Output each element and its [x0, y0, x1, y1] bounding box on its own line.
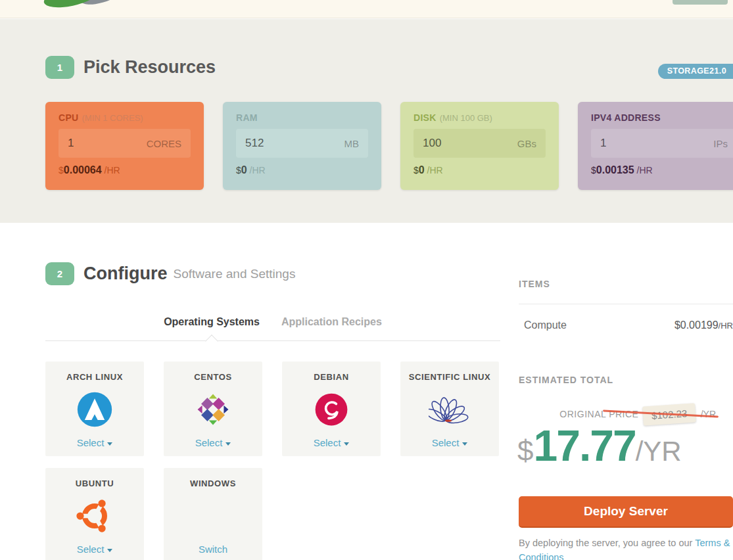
disk-price: $0 /HR	[414, 164, 546, 176]
ipv4-label: IPV4 ADDRESS	[591, 112, 661, 123]
configure-tabs: Operating Systems Application Recipes	[45, 316, 500, 341]
ram-unit-label: MB	[344, 138, 360, 149]
centos-select-button[interactable]: Select	[164, 437, 262, 448]
caret-down-icon	[107, 549, 112, 552]
disk-value: 100	[423, 137, 441, 150]
caret-down-icon	[344, 442, 349, 446]
pick-resources-header: 1 Pick Resources	[45, 56, 216, 79]
os-card-centos: CENTOS Select	[164, 362, 262, 456]
total-amount: 17.77	[533, 421, 635, 470]
ipv4-price: $0.00135 /HR	[591, 164, 733, 176]
os-name: ARCH LINUX	[45, 372, 144, 382]
windows-empty-icon	[164, 491, 262, 541]
cpu-label: CPU	[59, 112, 78, 123]
tab-application-recipes[interactable]: Application Recipes	[281, 316, 382, 340]
original-price-per: /YR	[701, 409, 716, 419]
os-card-windows: WINDOWS Switch	[164, 468, 262, 560]
cpu-value: 1	[68, 137, 74, 150]
ram-card: RAM 512 MB $0 /HR	[223, 102, 381, 190]
disk-unit-label: GBs	[517, 138, 536, 149]
configure-subtitle: Software and Settings	[174, 267, 296, 281]
os-name: WINDOWS	[164, 478, 262, 488]
deploy-server-button[interactable]: Deploy Server	[519, 496, 733, 528]
ipv4-count-input[interactable]: 1 IPs	[591, 129, 733, 158]
ram-price: $0 /HR	[236, 164, 368, 176]
ubuntu-icon	[45, 491, 144, 541]
total-currency: $	[517, 434, 533, 467]
disk-hint: (MIN 100 GB)	[440, 113, 492, 123]
centos-icon	[164, 385, 262, 434]
cpu-cores-input[interactable]: 1 CORES	[59, 129, 191, 158]
ipv4-unit-label: IPs	[713, 138, 728, 149]
cpu-price: $0.00064 /HR	[59, 164, 191, 176]
disk-gb-input[interactable]: 100 GBs	[414, 129, 546, 158]
ipv4-value: 1	[600, 137, 606, 150]
cutoff-header-button	[673, 0, 728, 5]
top-bar	[0, 0, 733, 18]
step-1-badge: 1	[45, 56, 74, 79]
resource-cards-row: CPU(MIN 1 CORES) 1 CORES $0.00064 /HR RA…	[45, 102, 733, 190]
os-card-debian: DEBIAN Select	[282, 362, 381, 456]
configure-header: 2 Configure Software and Settings	[45, 262, 295, 285]
pick-resources-title: Pick Resources	[83, 57, 216, 78]
disk-card: DISK(MIN 100 GB) 100 GBs $0 /HR	[400, 102, 559, 190]
step-2-badge: 2	[45, 262, 74, 285]
ubuntu-select-button[interactable]: Select	[45, 544, 144, 555]
caret-down-icon	[225, 442, 231, 446]
ipv4-card: IPV4 ADDRESS 1 IPs $0.00135 /HR	[578, 102, 733, 190]
debian-select-button[interactable]: Select	[282, 437, 381, 448]
pick-resources-section: 1 Pick Resources STORAGE21.0 CPU(MIN 1 C…	[0, 19, 733, 223]
configure-title: Configure	[83, 264, 168, 284]
arch-select-button[interactable]: Select	[45, 437, 144, 448]
items-heading: ITEMS	[519, 279, 550, 289]
caret-down-icon	[107, 442, 112, 446]
estimated-total-price: $17.77/YR	[517, 421, 682, 471]
os-name: SCIENTIFIC LINUX	[400, 372, 499, 382]
cpu-unit-label: CORES	[147, 138, 181, 149]
line-item-compute: Compute $0.00199/HR	[519, 315, 733, 335]
deploy-server-page: 1 Pick Resources STORAGE21.0 CPU(MIN 1 C…	[0, 0, 733, 560]
storage-version-badge: STORAGE21.0	[658, 64, 733, 79]
ram-label: RAM	[236, 112, 258, 123]
terms-text: By deploying the server, you agree to ou…	[519, 536, 733, 560]
scientific-select-button[interactable]: Select	[400, 437, 499, 448]
brand-logo-icon	[41, 0, 126, 16]
os-name: CENTOS	[164, 372, 262, 382]
archlinux-icon	[45, 385, 144, 434]
line-item-name: Compute	[524, 319, 567, 331]
line-item-price: $0.00199/HR	[674, 319, 733, 331]
total-per: /YR	[636, 436, 682, 467]
cpu-hint: (MIN 1 CORES)	[82, 113, 143, 123]
os-card-scientific-linux: SCIENTIFIC LINUX Select	[400, 362, 499, 456]
os-name: UBUNTU	[45, 478, 144, 488]
items-divider	[519, 304, 733, 304]
disk-label: DISK	[414, 112, 437, 123]
ram-mb-input[interactable]: 512 MB	[236, 129, 368, 158]
debian-icon	[282, 385, 381, 434]
estimated-total-heading: ESTIMATED TOTAL	[519, 375, 613, 385]
windows-switch-button[interactable]: Switch	[164, 544, 262, 555]
os-name: DEBIAN	[282, 372, 381, 382]
os-card-ubuntu: UBUNTU Select	[45, 468, 144, 560]
os-grid: ARCH LINUX Select CENTOS	[45, 362, 499, 560]
cpu-card: CPU(MIN 1 CORES) 1 CORES $0.00064 /HR	[45, 102, 204, 190]
ram-value: 512	[245, 137, 264, 150]
caret-down-icon	[462, 442, 467, 446]
os-card-arch-linux: ARCH LINUX Select	[45, 362, 144, 456]
scientificlinux-icon	[400, 385, 499, 434]
